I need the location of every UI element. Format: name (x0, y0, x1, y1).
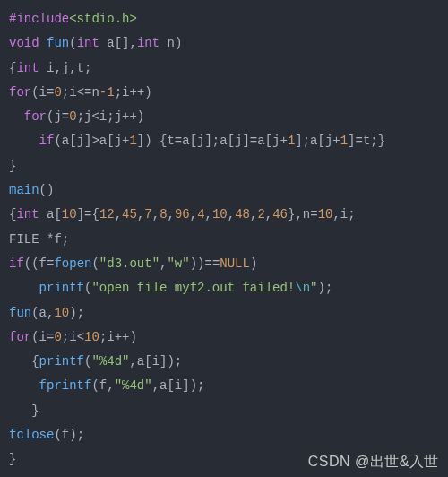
code-line: for(i=0;i<=n-1;i++) (9, 81, 439, 105)
code-token: } (9, 159, 16, 173)
code-token: \n (295, 281, 310, 295)
code-token: 45 (122, 207, 137, 221)
code-token: 7 (144, 207, 151, 221)
code-token: 0 (54, 330, 61, 344)
code-token: 10 (62, 207, 77, 221)
code-token: ) (250, 256, 257, 271)
code-token: 10 (318, 207, 333, 221)
code-line: } (9, 399, 439, 423)
code-block: #include<stdio.h>void fun(int a[],int n)… (0, 0, 448, 477)
code-token: },n= (288, 207, 318, 221)
code-token: 10 (84, 330, 99, 344)
code-token (9, 134, 39, 148)
code-token: i,j,t; (39, 61, 92, 75)
code-token: fprintf (39, 378, 92, 393)
code-token: (a[j]>a[j+ (54, 134, 129, 148)
code-token: ); (69, 306, 84, 320)
code-token: "open file myf2.out failed! (91, 281, 295, 295)
code-token: ]={ (77, 207, 99, 221)
code-token: 0 (54, 85, 61, 100)
code-token: n) (159, 36, 182, 50)
code-token: 1 (340, 134, 348, 148)
code-token: , (205, 207, 212, 221)
code-line: #include<stdio.h> (9, 7, 439, 31)
code-token: int (137, 36, 159, 50)
code-token: fclose (9, 428, 54, 442)
code-token: for (9, 330, 31, 344)
code-token: fopen (54, 256, 91, 271)
code-token: if (39, 134, 55, 148)
code-token: ;i++) (115, 85, 152, 100)
code-token: ); (318, 281, 333, 295)
code-token: for (24, 109, 47, 124)
code-line: main() (9, 178, 439, 203)
code-token: ,i; (332, 207, 355, 221)
code-line: {printf("%4d",a[i]); (9, 350, 439, 374)
code-token: ((f= (24, 256, 55, 271)
code-token: } (9, 403, 39, 418)
code-token: fun (9, 306, 31, 320)
code-token: ;i<=n (62, 85, 99, 100)
code-token: int (16, 61, 39, 75)
code-token: 10 (54, 306, 69, 320)
code-line: for(j=0;j<i;j++) (9, 105, 439, 129)
code-line: FILE *f; (9, 228, 439, 252)
code-token: ,a[i]); (129, 354, 182, 369)
code-token: ;j<i;j++) (77, 109, 145, 124)
code-token: , (228, 207, 235, 221)
code-token: ;i< (62, 330, 84, 344)
code-line: if((f=fopen("d3.out","w"))==NULL) (9, 252, 439, 276)
code-token: ))== (190, 256, 220, 271)
code-line: if(a[j]>a[j+1]) {t=a[j];a[j]=a[j+1];a[j+… (9, 129, 439, 153)
code-token: , (168, 207, 175, 221)
code-token: "d3.out" (99, 256, 159, 271)
code-token (9, 109, 24, 124)
code-token: { (9, 354, 39, 369)
code-token: } (9, 452, 16, 466)
code-token: "w" (167, 256, 189, 271)
code-token: (f); (54, 428, 84, 442)
code-token: (f, (91, 378, 114, 393)
code-token: " (310, 281, 317, 295)
code-line: } (9, 154, 439, 178)
code-token: fun (47, 36, 69, 50)
code-token: "%4d" (91, 354, 129, 369)
code-token: ( (69, 36, 76, 50)
code-token: , (265, 207, 272, 221)
code-token: "%4d" (115, 378, 152, 393)
code-token: , (115, 207, 122, 221)
code-token: if (9, 256, 24, 271)
code-token (39, 36, 47, 50)
code-token: NULL (220, 256, 250, 271)
code-line: {int i,j,t; (9, 56, 439, 81)
code-line: fclose(f); (9, 423, 439, 447)
code-token: FILE *f; (9, 232, 69, 247)
code-token: a[ (39, 207, 62, 221)
code-line: for(i=0;i<10;i++) (9, 325, 439, 350)
code-token: 8 (159, 207, 167, 221)
code-token: 2 (257, 207, 264, 221)
code-line: fprintf(f,"%4d",a[i]); (9, 374, 439, 398)
code-token: () (39, 183, 55, 197)
code-token: ;i++) (99, 330, 137, 344)
code-token: ,a[i]); (152, 378, 205, 393)
code-token: ]=t;} (348, 134, 385, 148)
code-line: fun(a,10); (9, 301, 439, 325)
code-token: printf (39, 281, 84, 295)
code-token: 46 (272, 207, 288, 221)
code-token: a[], (99, 36, 137, 50)
code-token: -1 (99, 85, 115, 100)
code-token: for (9, 85, 31, 100)
watermark-text: CSDN @出世&入世 (308, 453, 439, 472)
code-token: ];a[j+ (295, 134, 340, 148)
code-token: int (16, 207, 39, 221)
code-token: 96 (175, 207, 190, 221)
code-token: main (9, 183, 39, 197)
code-token: <stdio.h> (69, 12, 137, 26)
code-token: (i= (31, 330, 54, 344)
code-token (9, 281, 39, 295)
code-token: void (9, 36, 39, 50)
code-token: #include (9, 12, 69, 26)
code-token: ]) {t=a[j];a[j]=a[j+ (137, 134, 288, 148)
code-line: {int a[10]={12,45,7,8,96,4,10,48,2,46},n… (9, 203, 439, 227)
